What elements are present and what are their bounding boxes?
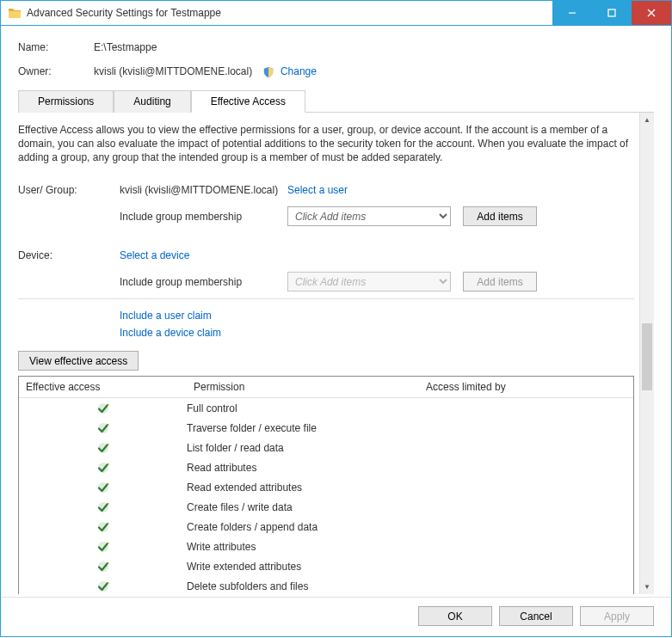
change-owner-link[interactable]: Change	[281, 65, 317, 77]
granted-check-icon	[96, 481, 110, 494]
footer-separator	[1, 597, 671, 598]
maximize-button[interactable]	[592, 1, 632, 25]
user-include-group-row: Include group membership Click Add items…	[18, 206, 634, 226]
permission-cell: Traverse folder / execute file	[187, 422, 419, 434]
include-user-claim-link[interactable]: Include a user claim	[120, 310, 634, 322]
user-group-dropdown[interactable]: Click Add items	[287, 206, 451, 226]
granted-check-icon	[96, 580, 110, 593]
owner-value: kvisli (kvisli@MITTDOMENE.local) Change	[94, 65, 317, 78]
col-access-limited-by[interactable]: Access limited by	[419, 377, 633, 397]
tab-permissions[interactable]: Permissions	[18, 90, 114, 113]
user-group-row: User/ Group: kvisli (kvisli@MITTDOMENE.l…	[18, 180, 634, 199]
vertical-scrollbar[interactable]: ▲ ▼	[639, 113, 654, 594]
apply-button: Apply	[580, 606, 654, 626]
owner-row: Owner: kvisli (kvisli@MITTDOMENE.local) …	[18, 65, 654, 78]
granted-check-icon	[96, 441, 110, 455]
col-effective-access[interactable]: Effective access	[19, 377, 187, 397]
table-row[interactable]: List folder / read data	[19, 438, 633, 457]
granted-check-icon	[96, 461, 110, 475]
separator	[18, 298, 634, 299]
user-group-value: kvisli (kvisli@MITTDOMENE.local)	[120, 184, 287, 196]
permission-cell: List folder / read data	[187, 442, 419, 454]
device-label: Device:	[18, 249, 120, 261]
table-row[interactable]: Read extended attributes	[19, 477, 633, 497]
owner-principal: kvisli (kvisli@MITTDOMENE.local)	[94, 65, 252, 77]
table-row[interactable]: Create folders / append data	[19, 517, 633, 537]
select-device-link[interactable]: Select a device	[120, 249, 189, 261]
name-value: E:\Testmappe	[94, 41, 157, 53]
window-title: Advanced Security Settings for Testmappe	[27, 7, 552, 19]
device-row: Device: Select a device	[18, 245, 634, 265]
dialog-footer: OK Cancel Apply	[418, 606, 654, 626]
select-user-link[interactable]: Select a user	[287, 184, 348, 196]
cancel-button[interactable]: Cancel	[499, 606, 573, 626]
table-row[interactable]: Create files / write data	[19, 497, 633, 517]
include-group-label-device: Include group membership	[120, 276, 287, 288]
permission-cell: Read extended attributes	[187, 482, 419, 494]
claims-links: Include a user claim Include a device cl…	[120, 310, 634, 339]
table-row[interactable]: Traverse folder / execute file	[19, 418, 633, 438]
tab-auditing[interactable]: Auditing	[114, 90, 190, 113]
tab-effective-access[interactable]: Effective Access	[191, 90, 305, 113]
include-group-label-user: Include group membership	[120, 211, 287, 223]
scroll-down-arrow-icon[interactable]: ▼	[640, 580, 654, 594]
col-permission[interactable]: Permission	[187, 377, 419, 397]
permission-cell: Full control	[187, 402, 419, 414]
scroll-up-arrow-icon[interactable]: ▲	[640, 113, 654, 127]
permission-cell: Write attributes	[187, 541, 419, 553]
table-row[interactable]: Write attributes	[19, 537, 633, 556]
permission-cell: Create folders / append data	[187, 521, 419, 533]
granted-check-icon	[96, 540, 110, 554]
add-items-device-button: Add items	[463, 272, 537, 291]
results-table: Effective access Permission Access limit…	[18, 376, 634, 593]
window-body: Name: E:\Testmappe Owner: kvisli (kvisli…	[0, 26, 672, 637]
granted-check-icon	[96, 560, 110, 574]
granted-check-icon	[96, 421, 110, 435]
view-effective-access-button[interactable]: View effective access	[18, 351, 139, 371]
svg-rect-0	[569, 13, 576, 14]
tab-strip: Permissions Auditing Effective Access	[18, 90, 654, 113]
add-items-user-button[interactable]: Add items	[463, 206, 537, 226]
scroll-content: Effective Access allows you to view the …	[18, 113, 639, 594]
include-device-claim-link[interactable]: Include a device claim	[120, 327, 634, 339]
shield-icon	[262, 66, 274, 78]
device-include-group-row: Include group membership Click Add items…	[18, 272, 634, 291]
permission-cell: Create files / write data	[187, 501, 419, 513]
granted-check-icon	[96, 520, 110, 534]
granted-check-icon	[96, 500, 110, 514]
content-area: Effective Access allows you to view the …	[18, 113, 654, 594]
owner-label: Owner:	[18, 65, 94, 78]
table-body: Full controlTraverse folder / execute fi…	[19, 398, 633, 593]
permission-cell: Write extended attributes	[187, 561, 419, 573]
user-group-label: User/ Group:	[18, 184, 120, 196]
table-row[interactable]: Write extended attributes	[19, 556, 633, 576]
description-text: Effective Access allows you to view the …	[18, 123, 634, 165]
minimize-button[interactable]	[552, 1, 592, 25]
window-controls	[552, 1, 671, 25]
scrollbar-thumb[interactable]	[642, 323, 652, 390]
table-row[interactable]: Full control	[19, 398, 633, 418]
name-label: Name:	[18, 41, 94, 53]
permission-cell: Delete subfolders and files	[187, 580, 419, 592]
svg-rect-1	[608, 9, 615, 16]
close-button[interactable]	[632, 1, 671, 25]
ok-button[interactable]: OK	[418, 606, 492, 626]
view-effective-label: View effective access	[29, 355, 127, 367]
table-row[interactable]: Delete subfolders and files	[19, 576, 633, 593]
permission-cell: Read attributes	[187, 462, 419, 474]
titlebar: Advanced Security Settings for Testmappe	[0, 0, 672, 26]
table-header: Effective access Permission Access limit…	[19, 377, 633, 398]
table-row[interactable]: Read attributes	[19, 457, 633, 477]
folder-icon	[8, 6, 22, 20]
name-row: Name: E:\Testmappe	[18, 41, 654, 53]
granted-check-icon	[96, 402, 110, 415]
device-group-dropdown: Click Add items	[287, 272, 451, 291]
